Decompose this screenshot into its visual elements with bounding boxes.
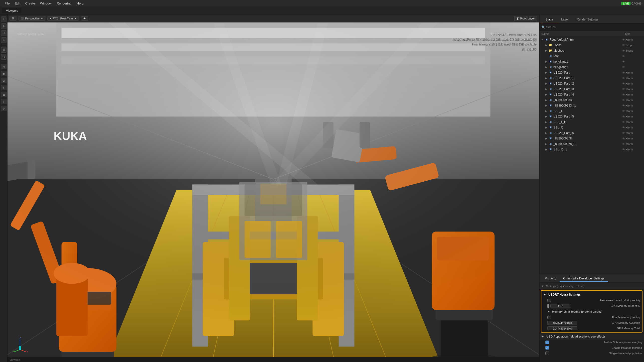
visibility-eye-icon[interactable]: 👁 (621, 120, 626, 124)
visibility-eye-icon[interactable]: 👁 (621, 37, 626, 42)
tree-row[interactable]: ▶ 📁 Meshes 👁 Scope (540, 48, 644, 53)
snap-tool[interactable]: ⊞ (1, 47, 6, 53)
expand-icon[interactable]: ▶ (544, 43, 548, 47)
tree-row[interactable]: ▶ ⊞ _8889009933 👁 Xform (540, 97, 644, 103)
visibility-eye-icon[interactable]: 👁 (621, 114, 626, 119)
tree-row[interactable]: ▶ ⊞ UB020_Part_I4 👁 Xform (540, 92, 644, 97)
tab-property[interactable]: Property (542, 275, 560, 282)
visibility-eye-icon[interactable]: 👁 (621, 54, 626, 58)
viewport-canvas[interactable]: KUKA FPS: 55.47, Frame time: 18.03 ms NV… (8, 22, 539, 357)
rotate-tool[interactable]: ↺ (1, 30, 6, 36)
measure-tool[interactable]: ⊹ (1, 106, 6, 111)
visibility-eye-icon[interactable]: 👁 (621, 81, 626, 86)
hydra-section-header[interactable]: ▼ USDRT Hydra Settings (542, 292, 642, 298)
single-threaded-checkbox[interactable] (546, 352, 549, 355)
audio-tool[interactable]: ♪ (1, 99, 6, 104)
menu-help[interactable]: Help (74, 1, 86, 6)
expand-icon[interactable]: ▼ (540, 38, 544, 41)
visibility-eye-icon[interactable]: 👁 (621, 142, 626, 146)
visibility-eye-icon[interactable]: 👁 (621, 136, 626, 141)
visibility-eye-icon[interactable]: 👁 (621, 59, 626, 64)
tree-row[interactable]: ▶ ⊞ UB020_Part 👁 Xform (540, 70, 644, 75)
gpu-memory-value[interactable]: 4.72 (550, 304, 570, 308)
camera-tool[interactable]: ◎ (1, 64, 6, 69)
expand-icon[interactable]: ▶ (544, 137, 548, 140)
usd-population-section-header[interactable]: ▼ USD Population (reload scene to see ef… (540, 334, 644, 340)
tree-row[interactable]: ▶ ⊞ UB020_Part_I1 👁 Xform (540, 75, 644, 81)
tree-row[interactable]: ▶ 📁 Looks 👁 Scope (540, 42, 644, 48)
root-layer-button[interactable]: ◧ Root Layer (514, 16, 537, 21)
tree-row[interactable]: ▶ ⊞ _8889009933_I1 👁 Xform (540, 103, 644, 108)
camera-perspective-button[interactable]: 🎥 Perspective ▼ (18, 16, 46, 21)
tab-stage[interactable]: Stage (542, 16, 557, 23)
tree-row[interactable]: ▶ ⊞ hengliang2 👁 (540, 64, 644, 70)
visibility-eye-icon[interactable]: 👁 (621, 98, 626, 102)
visibility-eye-icon[interactable]: 👁 (621, 109, 626, 113)
visibility-eye-icon[interactable]: 👁 (621, 76, 626, 80)
expand-icon[interactable]: ▶ (544, 49, 548, 52)
expand-icon[interactable]: ▶ (544, 54, 548, 58)
expand-icon[interactable]: ▶ (544, 76, 548, 80)
menu-window[interactable]: Window (38, 1, 54, 6)
tree-row[interactable]: ▶ ⊞ BSL_R 👁 Xform (540, 125, 644, 130)
visibility-eye-icon[interactable]: 👁 (621, 131, 626, 135)
menu-file[interactable]: File (2, 1, 12, 6)
grid-tool[interactable]: ⊟ (1, 54, 6, 60)
expand-icon[interactable]: ▶ (544, 71, 548, 74)
timeline-tool[interactable]: ▦ (1, 92, 6, 97)
menu-rendering[interactable]: Rendering (54, 1, 74, 6)
tree-row[interactable]: ▶ ⊞ BSL_R_I1 👁 Xform (540, 147, 644, 152)
expand-icon[interactable]: ▶ (544, 109, 548, 113)
expand-icon[interactable]: ▶ (544, 82, 548, 85)
tree-row[interactable]: ▶ ⊞ hengliang1 👁 (540, 59, 644, 64)
expand-icon[interactable]: ▶ (544, 93, 548, 96)
expand-icon[interactable]: ▶ (544, 65, 548, 69)
visibility-eye-icon[interactable]: 👁 (621, 125, 626, 130)
expand-icon[interactable]: ▶ (544, 60, 548, 63)
visibility-eye-icon[interactable]: 👁 (621, 87, 626, 91)
expand-icon[interactable]: ▶ (544, 148, 548, 151)
tree-row[interactable]: ▶ ⊞ _8889009378 👁 Xform (540, 136, 644, 141)
light-tool[interactable]: ◉ (1, 71, 6, 76)
physics-tool[interactable]: ⊿ (1, 78, 6, 83)
visibility-eye-icon[interactable]: 👁 (621, 103, 626, 108)
scale-tool[interactable]: ⤡ (1, 37, 6, 43)
expand-icon[interactable]: ▶ (544, 126, 548, 129)
tree-row[interactable]: ▶ ⊞ BSL_1 👁 Xform (540, 108, 644, 114)
tab-layer[interactable]: Layer (557, 16, 572, 23)
expand-icon[interactable]: ▶ (544, 142, 548, 146)
settings-section-header[interactable]: ▼ Settings (requires stage reload) (540, 283, 644, 289)
visibility-button[interactable]: 👁 (81, 16, 88, 21)
expand-icon[interactable]: ▶ (544, 115, 548, 118)
tree-row[interactable]: ▶ ⊞ UB020_Part_I6 👁 Xform (540, 130, 644, 136)
tab-viewport[interactable]: Viewport (2, 8, 22, 13)
tree-row[interactable]: ▶ ⊞ _8889009378_I1 👁 Xform (540, 141, 644, 147)
visibility-eye-icon[interactable]: 👁 (621, 92, 626, 97)
rtx-realtime-button[interactable]: ● RTX - Real-Time ▼ (48, 16, 79, 21)
gpu-memory-available-value[interactable]: 10737418240.0 (548, 321, 577, 325)
select-tool[interactable]: ↖ (1, 16, 6, 22)
camera-priority-checkbox[interactable] (548, 299, 551, 302)
instance-merging-checkbox[interactable]: ✓ (546, 346, 549, 350)
pause-tool[interactable]: ⏸ (1, 85, 6, 90)
memory-limit-section-header[interactable]: ▼ Memory Limit Testing (pretend values) (542, 309, 642, 315)
search-input[interactable] (546, 25, 642, 29)
tab-render-settings[interactable]: Render Settings (572, 16, 602, 23)
menu-edit[interactable]: Edit (12, 1, 23, 6)
visibility-eye-icon[interactable]: 👁 (621, 65, 626, 69)
tab-omnihydra[interactable]: OmniHydra Developer Settings (560, 275, 608, 282)
expand-icon[interactable]: ▶ (544, 131, 548, 135)
visibility-eye-icon[interactable]: 👁 (621, 70, 626, 75)
visibility-eye-icon[interactable]: 👁 (621, 48, 626, 53)
tree-row[interactable]: ▶ ⊞ UB020_Part_I2 👁 Xform (540, 81, 644, 86)
move-tool[interactable]: ✛ (1, 23, 6, 29)
expand-icon[interactable]: ▶ (544, 98, 548, 102)
expand-icon[interactable]: ▶ (544, 120, 548, 124)
tree-row[interactable]: ▶ ⊞ root 👁 (540, 53, 644, 59)
expand-icon[interactable]: ▶ (544, 87, 548, 91)
tree-row[interactable]: ▶ ⊞ BSL_1_I1 👁 Xform (540, 119, 644, 125)
enable-memory-testing-checkbox[interactable] (548, 316, 551, 319)
visibility-eye-icon[interactable]: 👁 (621, 147, 626, 152)
tree-row[interactable]: ▼ ⊞ Root (defaultPrim) 👁 Xform (540, 37, 644, 42)
menu-create[interactable]: Create (23, 1, 38, 6)
